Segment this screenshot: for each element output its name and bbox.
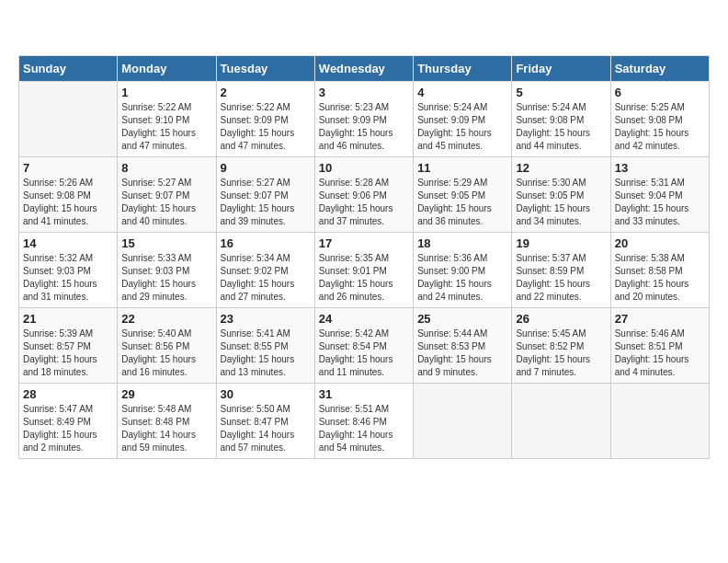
header-sunday: Sunday (19, 56, 118, 82)
calendar-table: SundayMondayTuesdayWednesdayThursdayFrid… (18, 55, 710, 459)
day-number: 8 (121, 161, 211, 175)
calendar-cell: 27Sunrise: 5:46 AM Sunset: 8:51 PM Dayli… (610, 308, 709, 384)
calendar-cell: 15Sunrise: 5:33 AM Sunset: 9:03 PM Dayli… (118, 233, 216, 308)
day-number: 22 (121, 312, 211, 326)
day-number: 19 (516, 236, 606, 250)
day-info: Sunrise: 5:47 AM Sunset: 8:49 PM Dayligh… (23, 403, 113, 454)
calendar-cell: 25Sunrise: 5:44 AM Sunset: 8:53 PM Dayli… (414, 308, 512, 384)
day-number: 18 (417, 236, 507, 250)
day-number: 17 (319, 236, 409, 250)
calendar-cell (610, 384, 709, 459)
day-number: 2 (221, 86, 311, 99)
day-info: Sunrise: 5:35 AM Sunset: 9:01 PM Dayligh… (319, 252, 409, 304)
calendar-cell: 16Sunrise: 5:34 AM Sunset: 9:02 PM Dayli… (216, 233, 314, 308)
calendar-cell: 13Sunrise: 5:31 AM Sunset: 9:04 PM Dayli… (610, 157, 709, 233)
calendar-cell: 11Sunrise: 5:29 AM Sunset: 9:05 PM Dayli… (414, 157, 512, 233)
day-info: Sunrise: 5:30 AM Sunset: 9:05 PM Dayligh… (516, 177, 606, 228)
day-number: 6 (615, 86, 705, 99)
day-info: Sunrise: 5:24 AM Sunset: 9:09 PM Dayligh… (417, 101, 507, 153)
calendar-cell: 24Sunrise: 5:42 AM Sunset: 8:54 PM Dayli… (314, 308, 413, 384)
calendar-cell: 14Sunrise: 5:32 AM Sunset: 9:03 PM Dayli… (19, 233, 118, 308)
calendar-cell: 28Sunrise: 5:47 AM Sunset: 8:49 PM Dayli… (19, 384, 118, 459)
calendar-cell (414, 384, 512, 459)
day-info: Sunrise: 5:48 AM Sunset: 8:48 PM Dayligh… (121, 403, 211, 454)
calendar-cell: 31Sunrise: 5:51 AM Sunset: 8:46 PM Dayli… (314, 384, 413, 459)
calendar-header-row: SundayMondayTuesdayWednesdayThursdayFrid… (19, 56, 710, 82)
calendar-cell: 19Sunrise: 5:37 AM Sunset: 8:59 PM Dayli… (512, 233, 610, 308)
calendar-week-3: 14Sunrise: 5:32 AM Sunset: 9:03 PM Dayli… (19, 233, 710, 308)
calendar-week-1: 1Sunrise: 5:22 AM Sunset: 9:10 PM Daylig… (19, 82, 710, 157)
day-number: 16 (221, 236, 311, 250)
day-number: 27 (615, 312, 705, 326)
day-info: Sunrise: 5:33 AM Sunset: 9:03 PM Dayligh… (121, 252, 211, 304)
calendar-cell: 8Sunrise: 5:27 AM Sunset: 9:07 PM Daylig… (118, 157, 216, 233)
day-number: 25 (417, 312, 507, 326)
day-number: 12 (516, 161, 606, 175)
day-info: Sunrise: 5:24 AM Sunset: 9:08 PM Dayligh… (516, 101, 606, 153)
day-number: 23 (221, 312, 311, 326)
calendar-cell: 5Sunrise: 5:24 AM Sunset: 9:08 PM Daylig… (512, 82, 610, 157)
calendar-cell: 10Sunrise: 5:28 AM Sunset: 9:06 PM Dayli… (314, 157, 413, 233)
calendar-cell (512, 384, 610, 459)
day-info: Sunrise: 5:44 AM Sunset: 8:53 PM Dayligh… (417, 327, 507, 379)
day-number: 24 (319, 312, 409, 326)
day-info: Sunrise: 5:27 AM Sunset: 9:07 PM Dayligh… (221, 177, 311, 228)
header-monday: Monday (118, 56, 216, 82)
calendar-week-4: 21Sunrise: 5:39 AM Sunset: 8:57 PM Dayli… (19, 308, 710, 384)
day-number: 15 (121, 236, 211, 250)
day-number: 21 (23, 312, 113, 326)
calendar-cell: 12Sunrise: 5:30 AM Sunset: 9:05 PM Dayli… (512, 157, 610, 233)
header-thursday: Thursday (414, 56, 512, 82)
day-info: Sunrise: 5:45 AM Sunset: 8:52 PM Dayligh… (516, 327, 606, 379)
day-info: Sunrise: 5:23 AM Sunset: 9:09 PM Dayligh… (319, 101, 409, 153)
header-friday: Friday (512, 56, 610, 82)
calendar-cell: 18Sunrise: 5:36 AM Sunset: 9:00 PM Dayli… (414, 233, 512, 308)
day-info: Sunrise: 5:26 AM Sunset: 9:08 PM Dayligh… (23, 177, 113, 228)
calendar-cell (19, 82, 118, 157)
calendar-cell: 17Sunrise: 5:35 AM Sunset: 9:01 PM Dayli… (314, 233, 413, 308)
day-info: Sunrise: 5:22 AM Sunset: 9:09 PM Dayligh… (221, 101, 311, 153)
day-number: 3 (319, 86, 409, 99)
day-info: Sunrise: 5:27 AM Sunset: 9:07 PM Dayligh… (121, 177, 211, 228)
day-info: Sunrise: 5:46 AM Sunset: 8:51 PM Dayligh… (615, 327, 705, 379)
calendar-cell: 7Sunrise: 5:26 AM Sunset: 9:08 PM Daylig… (19, 157, 118, 233)
calendar-cell: 1Sunrise: 5:22 AM Sunset: 9:10 PM Daylig… (118, 82, 216, 157)
day-number: 1 (121, 86, 211, 99)
day-info: Sunrise: 5:41 AM Sunset: 8:55 PM Dayligh… (221, 327, 311, 379)
day-number: 30 (221, 387, 311, 401)
day-number: 5 (516, 86, 606, 99)
logo (18, 18, 50, 46)
day-info: Sunrise: 5:51 AM Sunset: 8:46 PM Dayligh… (319, 403, 409, 454)
calendar-cell: 30Sunrise: 5:50 AM Sunset: 8:47 PM Dayli… (216, 384, 314, 459)
day-info: Sunrise: 5:29 AM Sunset: 9:05 PM Dayligh… (417, 177, 507, 228)
calendar-cell: 22Sunrise: 5:40 AM Sunset: 8:56 PM Dayli… (118, 308, 216, 384)
day-info: Sunrise: 5:28 AM Sunset: 9:06 PM Dayligh… (319, 177, 409, 228)
calendar-cell: 4Sunrise: 5:24 AM Sunset: 9:09 PM Daylig… (414, 82, 512, 157)
day-number: 28 (23, 387, 113, 401)
calendar-cell: 21Sunrise: 5:39 AM Sunset: 8:57 PM Dayli… (19, 308, 118, 384)
day-info: Sunrise: 5:36 AM Sunset: 9:00 PM Dayligh… (417, 252, 507, 304)
day-number: 9 (221, 161, 311, 175)
calendar-cell: 20Sunrise: 5:38 AM Sunset: 8:58 PM Dayli… (610, 233, 709, 308)
day-number: 7 (23, 161, 113, 175)
day-number: 10 (319, 161, 409, 175)
day-info: Sunrise: 5:31 AM Sunset: 9:04 PM Dayligh… (615, 177, 705, 228)
day-number: 20 (615, 236, 705, 250)
day-info: Sunrise: 5:42 AM Sunset: 8:54 PM Dayligh… (319, 327, 409, 379)
calendar-cell: 29Sunrise: 5:48 AM Sunset: 8:48 PM Dayli… (118, 384, 216, 459)
calendar-cell: 3Sunrise: 5:23 AM Sunset: 9:09 PM Daylig… (314, 82, 413, 157)
day-number: 31 (319, 387, 409, 401)
calendar-week-5: 28Sunrise: 5:47 AM Sunset: 8:49 PM Dayli… (19, 384, 710, 459)
day-number: 14 (23, 236, 113, 250)
logo-icon (18, 18, 46, 46)
header-wednesday: Wednesday (314, 56, 413, 82)
calendar-cell: 26Sunrise: 5:45 AM Sunset: 8:52 PM Dayli… (512, 308, 610, 384)
day-number: 29 (121, 387, 211, 401)
day-info: Sunrise: 5:38 AM Sunset: 8:58 PM Dayligh… (615, 252, 705, 304)
day-number: 13 (615, 161, 705, 175)
header-saturday: Saturday (610, 56, 709, 82)
calendar-cell: 9Sunrise: 5:27 AM Sunset: 9:07 PM Daylig… (216, 157, 314, 233)
day-info: Sunrise: 5:22 AM Sunset: 9:10 PM Dayligh… (121, 101, 211, 153)
day-info: Sunrise: 5:34 AM Sunset: 9:02 PM Dayligh… (221, 252, 311, 304)
calendar-cell: 23Sunrise: 5:41 AM Sunset: 8:55 PM Dayli… (216, 308, 314, 384)
